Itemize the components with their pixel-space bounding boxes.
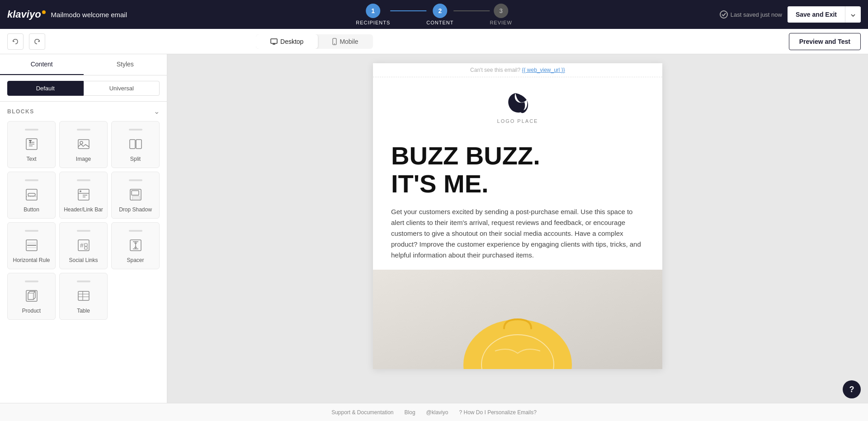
view-toggle: Desktop Mobile <box>256 34 373 49</box>
svg-rect-19 <box>85 247 87 249</box>
svg-rect-9 <box>28 193 35 196</box>
block-horizontal-rule-label: Horizontal Rule <box>13 257 50 263</box>
save-exit-main[interactable]: Save and Exit <box>788 6 845 23</box>
mobile-view-button[interactable]: Mobile <box>318 34 373 49</box>
drag-handle <box>129 129 142 131</box>
svg-rect-13 <box>132 191 139 195</box>
table-icon <box>75 288 92 304</box>
svg-rect-6 <box>130 140 135 149</box>
email-body-text: Get your customers excited by sending a … <box>373 202 662 270</box>
block-button[interactable]: Button <box>7 172 56 219</box>
block-product-label: Product <box>22 308 41 314</box>
cant-see-bar: Can't see this email? {{ web_view_url }} <box>373 63 662 77</box>
top-nav: klaviyo Mailmodo welcome email 1 RECIPIE… <box>0 0 868 29</box>
step-line-1-2 <box>390 10 426 11</box>
block-button-label: Button <box>24 206 39 213</box>
save-exit-button[interactable]: Save and Exit <box>788 6 861 23</box>
last-saved: Last saved just now <box>720 10 782 19</box>
blocks-title: BLOCKS <box>7 108 34 115</box>
drag-handle <box>77 281 90 282</box>
help-button[interactable]: ? <box>843 380 861 398</box>
desktop-view-button[interactable]: Desktop <box>256 34 318 49</box>
step-1-circle: 1 <box>366 4 380 18</box>
image-block-icon <box>75 136 92 152</box>
block-image[interactable]: Image <box>59 121 108 168</box>
web-view-link[interactable]: {{ web_view_url }} <box>522 67 565 73</box>
block-spacer[interactable]: Spacer <box>111 222 160 269</box>
block-social-links[interactable]: # Social Links <box>59 222 108 269</box>
page-footer: Support & Documentation Blog @klaviyo ? … <box>0 403 868 421</box>
personalize-help-link[interactable]: ? How Do I Personalize Emails? <box>459 409 536 416</box>
drag-handle <box>25 281 38 282</box>
drag-handle <box>25 129 38 131</box>
block-product[interactable]: Product <box>7 273 56 320</box>
logo-place-text: LOGO PLACE <box>497 118 538 124</box>
svg-rect-4 <box>78 140 89 149</box>
drag-handle <box>77 129 90 131</box>
blocks-header: BLOCKS ⌄ <box>7 107 160 116</box>
blocks-collapse-icon[interactable]: ⌄ <box>154 107 160 116</box>
save-exit-dropdown[interactable] <box>845 7 861 23</box>
undo-button[interactable] <box>7 33 24 50</box>
redo-button[interactable] <box>29 33 45 50</box>
blocks-grid: Text Image <box>7 121 160 320</box>
sidebar: Content Styles Default Universal BLOCKS … <box>0 54 167 421</box>
twitter-link[interactable]: @klaviyo <box>426 409 448 416</box>
drag-handle <box>129 230 142 232</box>
drag-handle <box>129 179 142 181</box>
email-canvas: Can't see this email? {{ web_view_url }}… <box>373 63 662 369</box>
block-drop-shadow-label: Drop Shadow <box>119 206 152 213</box>
canvas-area: Can't see this email? {{ web_view_url }}… <box>167 54 868 421</box>
blog-link[interactable]: Blog <box>405 409 415 416</box>
drag-handle <box>25 179 38 181</box>
horizontal-rule-icon <box>24 237 40 253</box>
tab-content[interactable]: Content <box>0 54 84 75</box>
block-split[interactable]: Split <box>111 121 160 168</box>
product-bg-svg <box>373 270 662 369</box>
main-layout: Content Styles Default Universal BLOCKS … <box>0 54 868 421</box>
step-1-label: RECIPIENTS <box>356 20 390 25</box>
step-line-2-3 <box>453 10 490 11</box>
nav-steps: 1 RECIPIENTS 2 CONTENT 3 REVIEW <box>356 4 512 25</box>
block-image-label: Image <box>76 156 91 162</box>
drop-shadow-icon <box>127 187 144 203</box>
header-link-bar-icon <box>75 187 92 203</box>
svg-rect-0 <box>271 39 277 43</box>
block-text[interactable]: Text <box>7 121 56 168</box>
email-logo-area: LOGO PLACE <box>373 77 662 133</box>
email-product-image <box>373 270 662 369</box>
subtab-universal[interactable]: Universal <box>84 81 160 96</box>
email-title: Mailmodo welcome email <box>51 11 127 19</box>
block-social-links-label: Social Links <box>69 257 98 263</box>
sub-toolbar: Desktop Mobile Preview and Test <box>0 29 868 54</box>
support-docs-link[interactable]: Support & Documentation <box>331 409 393 416</box>
drag-handle <box>25 230 38 232</box>
step-2-circle: 2 <box>433 4 447 18</box>
step-review[interactable]: 3 REVIEW <box>490 4 512 25</box>
svg-rect-22 <box>78 291 89 300</box>
style-subtabs: Default Universal <box>0 75 167 102</box>
step-content[interactable]: 2 CONTENT <box>426 4 453 25</box>
spacer-icon <box>127 237 144 253</box>
block-text-label: Text <box>26 156 36 162</box>
block-header-link-bar[interactable]: Header/Link Bar <box>59 172 108 219</box>
subtab-default[interactable]: Default <box>7 81 84 96</box>
step-2-label: CONTENT <box>426 20 453 25</box>
step-recipients[interactable]: 1 RECIPIENTS <box>356 4 390 25</box>
svg-rect-7 <box>136 140 142 149</box>
block-horizontal-rule[interactable]: Horizontal Rule <box>7 222 56 269</box>
product-icon <box>24 288 40 304</box>
split-block-icon <box>127 136 144 152</box>
block-header-link-bar-label: Header/Link Bar <box>64 206 103 213</box>
email-headline: BUZZ BUZZ. IT'S ME. <box>373 133 662 202</box>
logo-placeholder: LOGO PLACE <box>497 91 538 124</box>
tab-styles[interactable]: Styles <box>84 54 167 75</box>
block-table[interactable]: Table <box>59 273 108 320</box>
block-drop-shadow[interactable]: Drop Shadow <box>111 172 160 219</box>
block-table-label: Table <box>77 308 90 314</box>
preview-test-button[interactable]: Preview and Test <box>789 33 861 50</box>
drag-handle <box>77 230 90 232</box>
step-3-label: REVIEW <box>490 20 512 25</box>
block-spacer-label: Spacer <box>127 257 144 263</box>
step-3-circle: 3 <box>494 4 508 18</box>
